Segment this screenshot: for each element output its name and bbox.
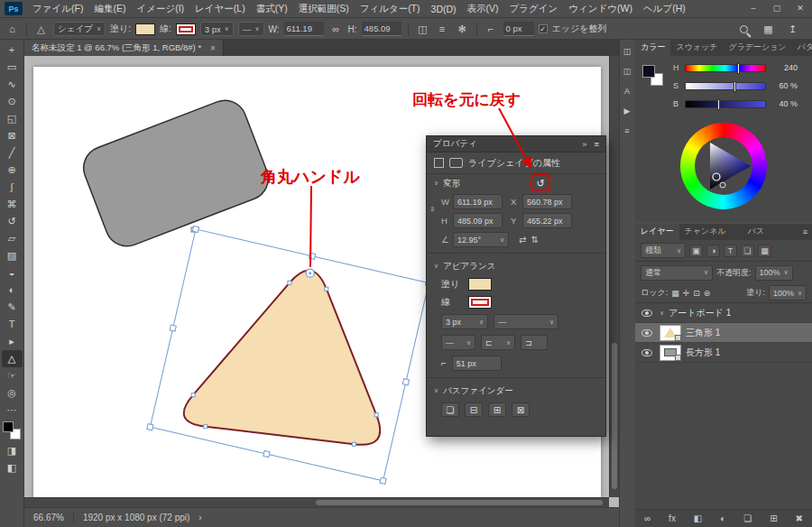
shape-y-input[interactable]: 465.22 px — [522, 213, 572, 228]
tool-lasso[interactable]: ∿ — [2, 76, 23, 93]
tool-crop[interactable]: ◱ — [2, 110, 23, 127]
layer-filter-select[interactable]: 種類∨ — [641, 243, 686, 258]
menu-type[interactable]: 書式(Y) — [251, 3, 293, 15]
panel-menu-icon[interactable]: ≡ — [798, 227, 812, 236]
layer-style-icon[interactable]: fx — [669, 513, 676, 523]
fill-swatch[interactable] — [135, 23, 155, 35]
panel-icon-character[interactable]: A — [624, 87, 630, 96]
vertical-scrollbar-thumb[interactable] — [612, 343, 617, 489]
path-alignment-icon[interactable]: ≡ — [435, 23, 450, 34]
visibility-eye-icon[interactable] — [641, 310, 652, 317]
search-icon[interactable] — [740, 25, 748, 33]
wheel-hue-marker[interactable] — [720, 182, 725, 188]
brightness-slider[interactable] — [685, 100, 766, 108]
close-tab-icon[interactable]: × — [210, 43, 216, 53]
link-wh-icon[interactable]: ∞ — [429, 207, 437, 212]
stroke-corner-select[interactable]: ⊐ — [521, 335, 548, 350]
brightness-value[interactable]: 40 % — [770, 99, 798, 108]
align-edges-checkbox[interactable]: ✓ — [539, 24, 548, 33]
tool-brush[interactable]: ∫ — [2, 179, 23, 196]
handle-bottom-center[interactable] — [263, 450, 270, 457]
tool-blur[interactable]: ◒ — [2, 264, 23, 282]
tab-swatches[interactable]: スウォッチ — [670, 40, 723, 56]
tab-paths[interactable] — [732, 236, 743, 240]
tool-pen[interactable]: ✎ — [2, 299, 23, 316]
menu-3d[interactable]: 3D(D) — [426, 4, 462, 14]
lock-transparency-icon[interactable]: ▦ — [671, 289, 679, 298]
tool-zoom[interactable]: ◎ — [2, 384, 23, 402]
tool-path-selection[interactable]: ▸ — [2, 333, 23, 350]
tool-mode-select[interactable]: シェイプ∨ — [53, 22, 106, 36]
horizontal-scrollbar-thumb[interactable] — [316, 500, 603, 505]
tool-frame[interactable]: ⊠ — [2, 127, 23, 144]
tool-clone-stamp[interactable]: ⌘ — [2, 196, 23, 213]
blend-mode-select[interactable]: 通常∨ — [641, 265, 713, 281]
corner-radius-input[interactable]: 0 px — [503, 22, 534, 36]
panel-icon-history[interactable]: ◫ — [623, 47, 632, 56]
new-group-icon[interactable]: ❏ — [743, 513, 752, 523]
stroke-align-select[interactable]: —∨ — [441, 335, 475, 350]
lock-position-icon[interactable]: ✛ — [683, 289, 690, 298]
stroke-swatch[interactable] — [176, 23, 196, 35]
delete-layer-icon[interactable]: ✖ — [796, 513, 803, 523]
current-tool-icon[interactable]: △ — [33, 23, 49, 35]
pathfinder-subtract-button[interactable]: ⊟ — [465, 402, 483, 417]
menu-window[interactable]: ウィンドウ(W) — [563, 3, 638, 15]
menu-view[interactable]: 表示(V) — [462, 3, 504, 15]
handle-top-left[interactable] — [192, 226, 198, 232]
visibility-eye-icon[interactable] — [641, 349, 652, 356]
pathfinder-exclude-button[interactable]: ⊠ — [512, 402, 530, 417]
menu-filter[interactable]: フィルター(T) — [355, 3, 426, 15]
link-layers-icon[interactable]: ∞ — [644, 513, 651, 523]
transform-section-header[interactable]: ∨ 変形 ↺ — [427, 174, 605, 192]
handle-middle-right[interactable] — [402, 379, 409, 385]
gear-icon[interactable]: ✻ — [455, 23, 470, 35]
share-icon[interactable]: ↥ — [785, 23, 800, 35]
handle-top-center[interactable] — [309, 253, 316, 259]
shape-fill-swatch[interactable] — [468, 278, 492, 291]
minimize-button[interactable]: – — [742, 0, 765, 17]
panel-icon-actions[interactable]: ▶ — [624, 106, 631, 116]
home-icon[interactable]: ⌂ — [5, 23, 20, 34]
layer-thumbnail[interactable] — [660, 325, 681, 341]
flip-horizontal-icon[interactable]: ⇄ — [519, 235, 526, 245]
new-layer-icon[interactable]: ⊞ — [770, 513, 777, 523]
workspace-icon[interactable]: ▦ — [761, 23, 776, 35]
shape-width-input[interactable]: 611.19 px — [453, 194, 503, 209]
add-mask-icon[interactable]: ◧ — [694, 513, 702, 523]
panel-icon-paragraph[interactable]: ≡ — [624, 126, 629, 135]
panel-icon-info[interactable]: ◫ — [623, 67, 632, 76]
tab-gradients[interactable]: グラデーション — [723, 40, 791, 56]
handle-middle-left[interactable] — [170, 325, 176, 331]
menu-image[interactable]: イメージ(I) — [131, 3, 189, 15]
color-wheel-triangle[interactable] — [680, 123, 767, 209]
tab-color[interactable]: カラー — [635, 40, 670, 56]
adjustment-layer-icon[interactable]: ◐ — [720, 513, 725, 523]
tool-gradient[interactable]: ▨ — [2, 247, 23, 264]
filter-smart-objects-icon[interactable]: ▦ — [758, 245, 771, 257]
menu-help[interactable]: ヘルプ(H) — [638, 3, 691, 15]
stroke-cap-select[interactable]: ⊏∨ — [481, 335, 515, 350]
rotation-angle-input[interactable]: 12.95° ∨ — [453, 232, 509, 247]
filter-type-layers-icon[interactable]: T — [724, 245, 737, 257]
close-button[interactable]: ✕ — [789, 0, 812, 17]
tool-shape[interactable]: △ — [2, 350, 23, 367]
vertical-scrollbar[interactable] — [609, 56, 619, 497]
visibility-eye-icon[interactable] — [641, 329, 652, 337]
stroke-width-select[interactable]: 3 px∨ — [200, 22, 234, 36]
filter-shape-layers-icon[interactable]: ❏ — [741, 245, 754, 257]
width-input[interactable]: 611.19 — [284, 22, 324, 36]
menu-plugins[interactable]: プラグイン — [504, 3, 564, 15]
layer-row-triangle[interactable]: 三角形 1 — [635, 323, 812, 343]
menu-layer[interactable]: レイヤー(L) — [189, 3, 251, 15]
stroke-style-select[interactable]: —∨ — [238, 22, 264, 36]
tool-object-selection[interactable]: ⊙ — [2, 93, 23, 110]
quick-mask-button[interactable]: ◨ — [2, 442, 23, 459]
shape-height-input[interactable]: 485.09 px — [453, 213, 503, 228]
horizontal-scrollbar[interactable] — [24, 497, 609, 507]
appearance-section-header[interactable]: ∨ アピアランス — [427, 257, 605, 275]
corner-radius-handle[interactable] — [306, 269, 314, 277]
more-tools-button[interactable]: ⋯ — [2, 402, 23, 419]
tab-channels[interactable]: チャンネル — [679, 224, 732, 240]
filter-adjustment-layers-icon[interactable]: ◑ — [706, 245, 720, 257]
